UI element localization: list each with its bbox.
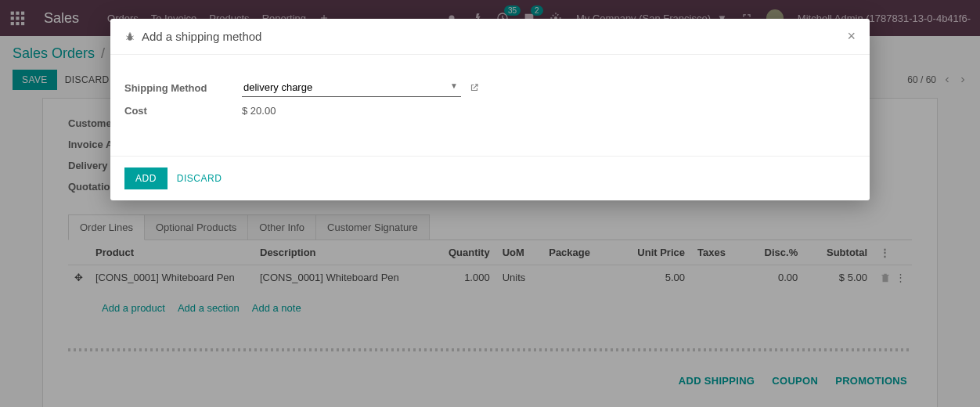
label-shipping-method: Shipping Method — [124, 82, 242, 94]
close-icon[interactable]: × — [847, 28, 856, 45]
svg-point-13 — [128, 33, 132, 36]
modal-overlay: Add a shipping method × Shipping Method … — [0, 0, 980, 407]
cost-value: $ 20.00 — [242, 105, 276, 117]
bug-icon[interactable] — [124, 31, 135, 42]
label-cost: Cost — [124, 105, 242, 117]
add-button[interactable]: ADD — [124, 167, 168, 189]
shipping-method-input[interactable] — [242, 78, 461, 97]
modal-title: Add a shipping method — [142, 30, 261, 43]
external-link-icon[interactable] — [469, 82, 480, 93]
add-shipping-modal: Add a shipping method × Shipping Method … — [110, 19, 870, 200]
modal-discard-button[interactable]: DISCARD — [177, 167, 222, 189]
